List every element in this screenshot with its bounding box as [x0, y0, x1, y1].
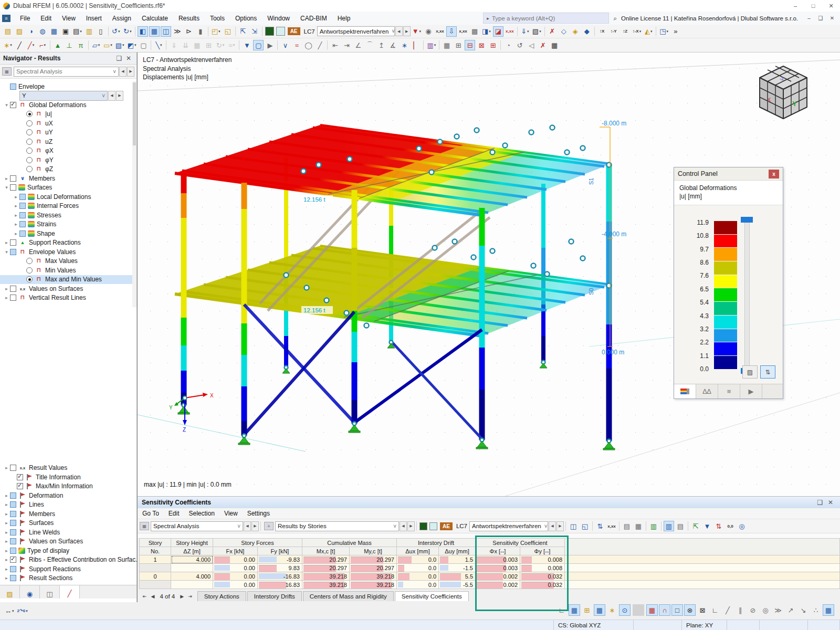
table-tab[interactable]: Story Actions — [197, 591, 246, 601]
menu-item[interactable]: File — [15, 13, 35, 24]
tree-item-support-reactions[interactable]: ▸ Support Reactions — [0, 238, 136, 248]
tree-item-surfaces-display[interactable]: ▸ Surfaces — [0, 519, 136, 528]
tree-checkbox[interactable] — [10, 511, 16, 517]
next-table-button[interactable]: ▶ — [178, 594, 186, 599]
panels-toggle-icon[interactable]: ◫ — [161, 26, 171, 37]
doc-minimize-button[interactable]: – — [803, 14, 815, 23]
show-results-icon[interactable]: ⇩ — [446, 26, 457, 37]
navigator-close-icon[interactable]: ✕ — [124, 55, 133, 62]
tree-checkbox[interactable] — [26, 111, 33, 117]
nodal-load-icon[interactable]: ⇓ — [169, 40, 179, 50]
perspective-icon[interactable]: ◭ — [643, 26, 654, 37]
tree-item-support-reactions-display[interactable]: ▸ Support Reactions — [0, 564, 136, 574]
table-layout-icon[interactable]: ▦ — [633, 521, 644, 531]
solid-results-icon[interactable]: ◯ — [303, 40, 313, 50]
edit-mode-icon[interactable]: ↔ — [4, 606, 15, 616]
snap-parallel-icon[interactable]: ∥ — [734, 604, 746, 616]
area-load-icon[interactable]: ▦ — [192, 40, 202, 50]
tree-item-uz[interactable]: uZ — [0, 137, 136, 146]
snap-origin-icon[interactable]: ∟ — [556, 604, 568, 616]
snap-tangent-icon[interactable]: ⊘ — [747, 604, 759, 616]
panel-menu-item[interactable]: View — [219, 509, 243, 518]
values-display-icon[interactable]: x,xx — [458, 26, 468, 37]
tree-checkbox[interactable] — [26, 148, 33, 154]
tree-checkbox[interactable] — [10, 239, 16, 246]
panel-menu-item[interactable]: Go To — [138, 509, 164, 518]
tree-item-strains[interactable]: ▸ Strains — [0, 220, 136, 229]
panel-tab-filter[interactable]: ≡ — [718, 384, 740, 398]
tree-item-values-on-surfaces-display[interactable]: ▸ Values on Surfaces — [0, 537, 136, 547]
tree-item-maxmin-information[interactable]: Max/Min Information — [0, 482, 136, 491]
edit-view-icon[interactable]: ◈ — [570, 26, 581, 37]
analysis-prev-button[interactable]: ◀ — [119, 67, 127, 77]
section-z-icon[interactable]: ⊞ — [488, 40, 498, 50]
solid-icon[interactable]: ▧ — [114, 40, 125, 50]
table-row[interactable]: 0.00 16.83 39.218 39.218 0.0 -5.5 0.002 … — [140, 581, 840, 589]
tree-item-result-values[interactable]: ▸ Result Values — [0, 464, 136, 473]
panel-close-icon[interactable]: ✕ — [825, 499, 836, 506]
to-scale-icon[interactable]: ⊳ — [184, 26, 194, 37]
tree-checkbox[interactable] — [10, 520, 16, 526]
online-models-icon[interactable]: ◍ — [37, 26, 48, 37]
tree-item-type-of-display[interactable]: ▸ Type of display — [0, 546, 136, 555]
tree-item-values-on-surfaces[interactable]: ▸ Values on Surfaces — [0, 284, 136, 293]
table-zero-icon[interactable]: 0,0 — [725, 521, 736, 531]
calculator-icon[interactable]: ▦ — [549, 40, 560, 50]
tree-item-phix[interactable]: φX — [0, 146, 136, 156]
tree-item-shape[interactable]: ▸ Shape — [0, 229, 136, 238]
tree-checkbox[interactable] — [10, 286, 16, 292]
table-tab[interactable]: Interstory Drifts — [247, 591, 302, 601]
tree-item-title-information[interactable]: Title Information — [0, 472, 136, 482]
tree-checkbox[interactable] — [10, 175, 16, 182]
tree-item-uy[interactable]: uY — [0, 128, 136, 138]
tree-item-ux[interactable]: uX — [0, 119, 136, 128]
panel-lc-prev-button[interactable]: ◀ — [549, 521, 556, 531]
tree-item-local-deformations[interactable]: ▸ Local Deformations — [0, 192, 136, 202]
tree-item-u-abs[interactable]: |u| — [0, 110, 136, 119]
snap-magnet-grid-icon[interactable]: ▦ — [646, 604, 658, 616]
panel-menu-item[interactable]: Edit — [164, 509, 184, 518]
tree-item-lines[interactable]: ▸ Lines — [0, 500, 136, 510]
temperature-load-icon[interactable]: ≈ — [226, 40, 237, 50]
surface-results-icon[interactable]: ≈ — [291, 40, 302, 50]
load-case-prev-button[interactable]: ◀ — [395, 26, 403, 36]
panel-tab-color-scale[interactable] — [674, 384, 696, 398]
free-load-icon[interactable]: ⊞ — [203, 40, 214, 50]
load-case-combo[interactable]: Antwortspektrenverfahren — [317, 26, 395, 36]
tree-checkbox[interactable] — [10, 529, 16, 536]
prev-table-button[interactable]: ◀ — [149, 594, 157, 599]
redo-icon[interactable]: ↻ — [122, 26, 133, 37]
tree-checkbox[interactable] — [10, 465, 16, 471]
menu-item[interactable]: Help — [332, 13, 356, 24]
snap-ext2-icon[interactable]: ↘ — [797, 604, 809, 616]
new-model-icon[interactable]: ▤ — [3, 26, 13, 37]
rotate-model-icon[interactable]: ↺ — [514, 40, 525, 50]
tree-checkbox[interactable] — [10, 102, 16, 108]
load-transfer-icon[interactable]: ⇱ — [238, 26, 248, 37]
table-import-icon[interactable]: ⇱ — [690, 521, 701, 531]
panel-analysis-prev-button[interactable]: ◀ — [244, 521, 251, 531]
tree-item-envelope-values[interactable]: ▾ Envelope Values — [0, 247, 136, 257]
menu-item[interactable]: View — [57, 13, 81, 24]
analysis-combo[interactable]: Spectral Analysis — [14, 67, 119, 77]
walkthrough-icon[interactable]: ▶ — [265, 40, 275, 50]
tree-checkbox[interactable] — [17, 483, 23, 489]
snap-grid-icon[interactable]: ▦ — [569, 604, 580, 616]
dim-arc-icon[interactable]: ⌒ — [364, 40, 375, 50]
panel-analysis-combo[interactable]: Spectral Analysis — [151, 521, 243, 531]
navigator-toggle-icon[interactable]: ◧ — [138, 26, 148, 37]
load-envelope-badge[interactable]: AE — [440, 522, 453, 530]
table-chart-icon[interactable]: ▥ — [664, 521, 674, 531]
panel-menu-item[interactable]: Selection — [184, 509, 219, 518]
tree-checkbox[interactable] — [19, 221, 26, 227]
tree-checkbox[interactable] — [10, 548, 16, 554]
snap-square-icon[interactable]: □ — [671, 604, 683, 616]
table-row[interactable]: 0.00 9.83 20.297 20.297 0.0 -1.5 0.003 0… — [140, 564, 840, 572]
tree-item-internal-forces[interactable]: ▸ Internal Forces — [0, 202, 136, 211]
tree-item-envelope[interactable]: Envelope — [0, 82, 136, 91]
support-icon[interactable]: ▲ — [52, 40, 63, 50]
tree-checkbox[interactable] — [26, 139, 33, 145]
minimize-button[interactable]: – — [786, 1, 804, 12]
scale-options-button[interactable]: ▨ — [742, 365, 758, 379]
tree-item-max-values[interactable]: Max Values — [0, 257, 136, 266]
